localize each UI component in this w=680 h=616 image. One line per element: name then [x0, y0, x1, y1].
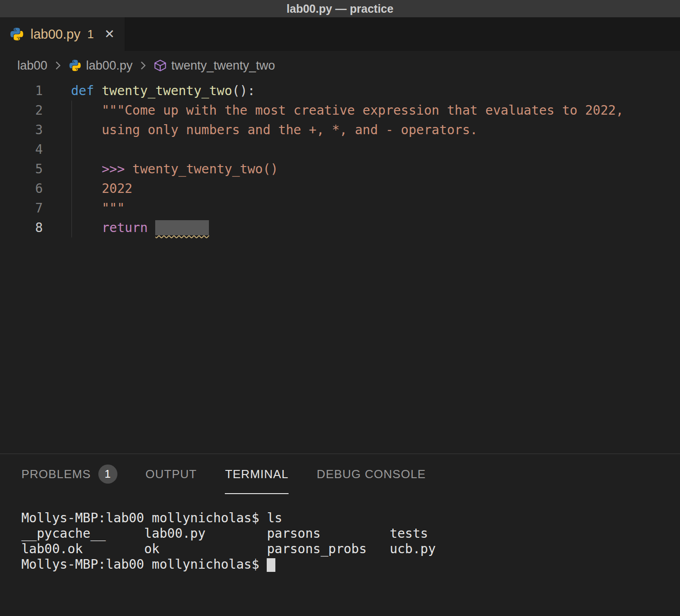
code-line-1[interactable]: 1def twenty_twenty_two():: [0, 81, 680, 101]
panel-tab-label: PROBLEMS: [21, 467, 91, 481]
code-token: twenty_twenty_two(): [125, 162, 278, 177]
panel-tab-label: OUTPUT: [146, 467, 197, 481]
python-icon: [68, 59, 82, 72]
python-icon: [9, 26, 25, 42]
code-token: return: [101, 220, 147, 235]
terminal-line: Mollys-MBP:lab00 mollynicholas$: [21, 557, 680, 572]
tab-bar: lab00.py 1 ✕: [0, 17, 680, 51]
window-title: lab00.py — practice: [287, 2, 394, 15]
breadcrumb-file[interactable]: lab00.py: [86, 59, 132, 73]
line-text: return: [43, 220, 209, 235]
terminal-line: Mollys-MBP:lab00 mollynicholas$ ls: [21, 510, 680, 526]
code-line-7[interactable]: 7 """: [0, 198, 680, 218]
code-lines: 1def twenty_twenty_two():2 """Come up wi…: [0, 81, 680, 237]
terminal-cursor: [267, 558, 275, 572]
code-token: [71, 220, 101, 235]
panel-tab-label: DEBUG CONSOLE: [317, 467, 426, 481]
panel-tab-label: TERMINAL: [225, 467, 288, 481]
panel-tab-debug-console[interactable]: DEBUG CONSOLE: [317, 454, 426, 494]
code-token: ():: [232, 83, 255, 98]
code-token: def: [71, 83, 94, 98]
titlebar[interactable]: lab00.py — practice: [0, 0, 680, 17]
panel-tab-problems[interactable]: PROBLEMS1: [21, 454, 117, 494]
line-number: 8: [0, 218, 43, 237]
symbol-method-icon: [153, 59, 167, 72]
code-line-8[interactable]: 8 return: [0, 218, 680, 237]
line-number: 6: [0, 179, 43, 198]
code-editor[interactable]: 1def twenty_twenty_two():2 """Come up wi…: [0, 80, 680, 454]
chevron-right-icon: [51, 59, 64, 72]
code-token: using only numbers and the +, *, and - o…: [71, 122, 477, 137]
code-line-4[interactable]: 4: [0, 140, 680, 159]
code-token: [94, 83, 102, 98]
panel-tab-output[interactable]: OUTPUT: [146, 454, 197, 494]
code-line-3[interactable]: 3 using only numbers and the +, *, and -…: [0, 120, 680, 140]
line-text: def twenty_twenty_two():: [43, 83, 255, 98]
problems-count-badge: 1: [98, 465, 117, 484]
close-icon[interactable]: ✕: [104, 28, 115, 40]
breadcrumb: lab00 lab00.py twenty_twenty_two: [0, 51, 680, 80]
breadcrumb-symbol[interactable]: twenty_twenty_two: [171, 59, 275, 73]
code-line-5[interactable]: 5 >>> twenty_twenty_two(): [0, 159, 680, 179]
terminal-line: __pycache__ lab00.py parsons tests: [21, 526, 680, 541]
line-text: using only numbers and the +, *, and - o…: [43, 122, 477, 137]
code-token: >>>: [101, 162, 125, 177]
chevron-right-icon: [137, 59, 149, 72]
tab-problem-count: 1: [87, 27, 94, 41]
terminal-output[interactable]: Mollys-MBP:lab00 mollynicholas$ ls__pyca…: [0, 494, 680, 572]
panel-tab-terminal[interactable]: TERMINAL: [225, 454, 288, 494]
code-token: 2022: [71, 181, 132, 196]
code-token: """: [71, 201, 125, 216]
code-token: twenty_twenty_two: [101, 83, 232, 98]
breadcrumb-folder[interactable]: lab00: [17, 59, 47, 73]
line-number: 1: [0, 81, 43, 101]
selection-warning-squiggle: [155, 220, 209, 235]
indent-guide: [71, 101, 72, 237]
line-number: 4: [0, 140, 43, 159]
terminal-line: lab00.ok ok parsons_probs ucb.py: [21, 541, 680, 557]
code-token: """Come up with the most creative expres…: [71, 103, 624, 118]
line-number: 7: [0, 198, 43, 218]
panel-tab-bar: PROBLEMS1OUTPUTTERMINALDEBUG CONSOLE: [0, 454, 680, 494]
code-token: [148, 220, 156, 235]
vscode-window: lab00.py — practice lab00.py 1 ✕ lab00: [0, 0, 680, 616]
line-number: 2: [0, 101, 43, 120]
line-number: 3: [0, 120, 43, 140]
code-token: [71, 162, 101, 177]
code-line-6[interactable]: 6 2022: [0, 179, 680, 198]
tab-label: lab00.py: [30, 27, 81, 42]
line-number: 5: [0, 159, 43, 179]
bottom-panel: PROBLEMS1OUTPUTTERMINALDEBUG CONSOLE Mol…: [0, 454, 680, 616]
line-text: [43, 142, 71, 157]
line-text: 2022: [43, 181, 132, 196]
line-text: >>> twenty_twenty_two(): [43, 162, 278, 177]
line-text: """Come up with the most creative expres…: [43, 103, 624, 118]
code-line-2[interactable]: 2 """Come up with the most creative expr…: [0, 101, 680, 120]
line-text: """: [43, 201, 125, 216]
tab-lab00-py[interactable]: lab00.py 1 ✕: [0, 17, 125, 51]
